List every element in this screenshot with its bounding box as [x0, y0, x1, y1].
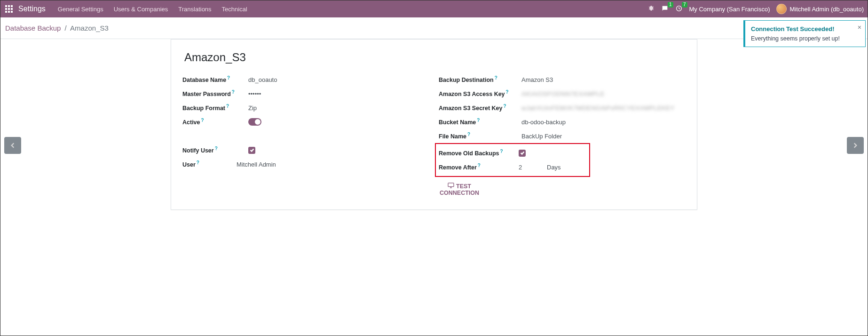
module-title[interactable]: Settings	[18, 5, 46, 13]
svg-rect-1	[448, 183, 454, 187]
next-record-button[interactable]	[847, 137, 864, 154]
value-remove-after-unit: Days	[547, 164, 561, 171]
help-icon[interactable]: ?	[215, 146, 218, 151]
label-user: User?	[182, 160, 248, 168]
breadcrumb-root[interactable]: Database Backup	[5, 24, 61, 32]
label-master-pw: Master Password?	[182, 89, 248, 97]
value-access-key: AKIAIOSFODNN7EXAMPLE	[521, 90, 605, 97]
test-connection-button[interactable]: TEST CONNECTION	[431, 183, 488, 196]
label-db-name: Database Name?	[182, 75, 248, 83]
value-dest: Amazon S3	[521, 76, 553, 83]
monitor-icon	[448, 183, 454, 190]
help-icon[interactable]: ?	[478, 163, 481, 168]
activity-icon[interactable]: 7	[675, 5, 683, 14]
topbar-menu: General Settings Users & Companies Trans…	[58, 6, 247, 13]
label-remove-after: Remove After?	[439, 163, 519, 171]
checkbox-remove-old[interactable]	[519, 150, 526, 157]
highlight-box: Remove Old Backups? Remove After? 2 Days	[435, 143, 590, 177]
label-backup-fmt: Backup Format?	[182, 104, 248, 112]
breadcrumb: Database Backup / Amazon_S3	[0, 17, 868, 39]
help-icon[interactable]: ?	[197, 160, 199, 165]
form-col-left: Database Name? db_ooauto Master Password…	[182, 72, 429, 196]
breadcrumb-sep: /	[65, 24, 67, 32]
value-file: BackUp Folder	[521, 133, 562, 140]
value-backup-fmt: Zip	[248, 104, 257, 112]
menu-general-settings[interactable]: General Settings	[58, 6, 103, 13]
menu-translations[interactable]: Translations	[178, 6, 211, 13]
help-icon[interactable]: ?	[495, 75, 497, 80]
bug-icon[interactable]	[648, 5, 655, 13]
help-icon[interactable]: ?	[232, 89, 235, 95]
page-title: Amazon_S3	[182, 51, 686, 64]
prev-record-button[interactable]	[4, 137, 21, 154]
activity-badge: 7	[682, 2, 687, 8]
company-selector[interactable]: My Company (San Francisco)	[689, 6, 770, 13]
topbar: Settings General Settings Users & Compan…	[0, 0, 868, 17]
help-icon[interactable]: ?	[506, 89, 509, 95]
label-secret-key: Amazon S3 Secret Key?	[439, 104, 521, 112]
value-master-pw: ••••••	[248, 90, 261, 97]
label-bucket: Bucket Name?	[439, 118, 521, 126]
value-remove-after: 2	[519, 164, 547, 171]
checkbox-notify[interactable]	[248, 147, 255, 154]
help-icon[interactable]: ?	[226, 104, 229, 109]
help-icon[interactable]: ?	[477, 118, 480, 123]
help-icon[interactable]: ?	[227, 75, 230, 80]
label-notify: Notify User?	[182, 146, 248, 154]
value-secret-key: wJalrXUtnFEMI/K7MDENG/bPxRfiCYEXAMPLEKEY	[521, 104, 675, 112]
breadcrumb-current: Amazon_S3	[70, 24, 109, 32]
topbar-right: 1 7 My Company (San Francisco) Mitchell …	[648, 4, 864, 14]
menu-users-companies[interactable]: Users & Companies	[114, 6, 168, 13]
form-card: Amazon_S3 Database Name? db_ooauto Maste…	[171, 39, 697, 210]
form-col-right: Backup Destination? Amazon S3 Amazon S3 …	[439, 72, 686, 196]
toast-title: Connection Test Succeeded!	[751, 25, 860, 32]
toast-notification: × Connection Test Succeeded! Everything …	[743, 20, 866, 47]
label-file: File Name?	[439, 132, 521, 140]
help-icon[interactable]: ?	[467, 132, 470, 137]
label-access-key: Amazon S3 Access Key?	[439, 89, 521, 97]
help-icon[interactable]: ?	[201, 118, 204, 123]
help-icon[interactable]: ?	[503, 104, 506, 109]
user-menu[interactable]: Mitchell Admin (db_ooauto)	[776, 4, 864, 14]
apps-icon[interactable]	[4, 4, 14, 14]
toggle-active[interactable]	[248, 118, 261, 126]
close-icon[interactable]: ×	[858, 24, 861, 31]
menu-technical[interactable]: Technical	[222, 6, 247, 13]
value-db-name: db_ooauto	[248, 76, 277, 83]
chat-badge: 1	[668, 2, 673, 8]
label-active: Active?	[182, 118, 248, 126]
avatar	[776, 4, 787, 14]
value-bucket: db-odoo-backup	[521, 119, 566, 126]
label-dest: Backup Destination?	[439, 75, 521, 83]
toast-body: Everything seems properly set up!	[751, 35, 860, 42]
user-name: Mitchell Admin (db_ooauto)	[789, 6, 864, 13]
topbar-left: Settings General Settings Users & Compan…	[4, 4, 247, 14]
label-remove-old: Remove Old Backups?	[439, 149, 519, 157]
help-icon[interactable]: ?	[500, 149, 503, 154]
chat-icon[interactable]: 1	[661, 5, 669, 14]
